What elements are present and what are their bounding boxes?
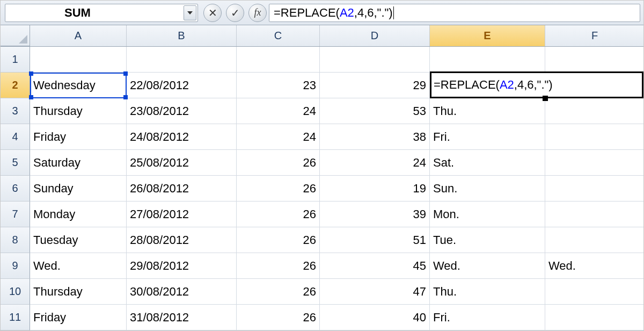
cell-B3[interactable]: 23/08/2012 <box>127 98 237 124</box>
row-header-2[interactable]: 2 <box>1 73 30 98</box>
cell-C8[interactable]: 26 <box>237 227 320 253</box>
cell-D3[interactable]: 53 <box>320 98 430 124</box>
cell-A8[interactable]: Tuesday <box>30 227 127 253</box>
column-header-C[interactable]: C <box>237 25 320 46</box>
cell-F4[interactable] <box>545 124 644 150</box>
cell-F1[interactable] <box>545 47 644 73</box>
cell-A1[interactable] <box>30 47 127 73</box>
formula-input[interactable]: =REPLACE(A2,4,6,".") <box>269 4 640 22</box>
cell-A4[interactable]: Friday <box>30 124 127 150</box>
enter-formula-button[interactable] <box>226 4 244 22</box>
cancel-formula-button[interactable] <box>203 4 222 22</box>
cell-D4[interactable]: 38 <box>320 124 430 150</box>
cell-C1[interactable] <box>237 47 320 73</box>
cell-A5[interactable]: Saturday <box>30 150 127 176</box>
grid-row: 5 Saturday 25/08/2012 26 24 Sat. <box>1 150 643 176</box>
cell-F11[interactable] <box>545 305 644 330</box>
grid-row: 4 Friday 24/08/2012 24 38 Fri. <box>1 124 643 150</box>
cell-F5[interactable] <box>545 150 644 176</box>
select-all-button[interactable] <box>1 25 30 46</box>
cell-F7[interactable] <box>545 202 644 227</box>
cell-A9[interactable]: Wed. <box>30 253 127 279</box>
cell-B5[interactable]: 25/08/2012 <box>127 150 237 176</box>
cell-C2[interactable]: 23 <box>237 73 320 98</box>
cell-E9[interactable]: Wed. <box>430 253 545 279</box>
cell-B4[interactable]: 24/08/2012 <box>127 124 237 150</box>
cell-D8[interactable]: 51 <box>320 227 430 253</box>
row-header-1[interactable]: 1 <box>1 47 30 73</box>
grid-row: 11 Friday 31/08/2012 26 40 Fri. <box>1 305 643 330</box>
cell-C5[interactable]: 26 <box>237 150 320 176</box>
cell-B1[interactable] <box>127 47 237 73</box>
column-header-F[interactable]: F <box>545 25 644 46</box>
fill-handle[interactable] <box>543 96 548 101</box>
text-caret <box>393 6 394 19</box>
cell-E3[interactable]: Thu. <box>430 98 545 124</box>
cell-B8[interactable]: 28/08/2012 <box>127 227 237 253</box>
cell-D9[interactable]: 45 <box>320 253 430 279</box>
cell-E10[interactable]: Thu. <box>430 279 545 305</box>
cell-A11[interactable]: Friday <box>30 305 127 330</box>
cell-E7[interactable]: Mon. <box>430 202 545 227</box>
column-header-A[interactable]: A <box>30 25 127 46</box>
column-header-D[interactable]: D <box>320 25 430 46</box>
cell-B9[interactable]: 29/08/2012 <box>127 253 237 279</box>
cell-F9[interactable]: Wed. <box>545 253 644 279</box>
cell-C9[interactable]: 26 <box>237 253 320 279</box>
cell-E4[interactable]: Fri. <box>430 124 545 150</box>
grid-row: 8 Tuesday 28/08/2012 26 51 Tue. <box>1 227 643 253</box>
edit-cell-ref: A2 <box>500 78 514 92</box>
cell-B7[interactable]: 27/08/2012 <box>127 202 237 227</box>
cell-C11[interactable]: 26 <box>237 305 320 330</box>
cell-F10[interactable] <box>545 279 644 305</box>
cell-D7[interactable]: 39 <box>320 202 430 227</box>
name-box-dropdown[interactable] <box>184 5 196 20</box>
cell-A2[interactable]: Wednesday <box>30 73 127 98</box>
row-header-7[interactable]: 7 <box>1 202 30 227</box>
cell-E5[interactable]: Sat. <box>430 150 545 176</box>
column-header-B[interactable]: B <box>127 25 237 46</box>
name-box-value: SUM <box>64 6 91 20</box>
cell-D6[interactable]: 19 <box>320 176 430 202</box>
edit-cell-suffix: ,4,6,".") <box>514 78 553 92</box>
formula-text-ref: A2 <box>340 6 354 20</box>
row-header-4[interactable]: 4 <box>1 124 30 150</box>
active-edit-cell[interactable]: =REPLACE(A2,4,6,".") <box>430 71 643 98</box>
row-header-3[interactable]: 3 <box>1 98 30 124</box>
cell-A6[interactable]: Sunday <box>30 176 127 202</box>
cell-C6[interactable]: 26 <box>237 176 320 202</box>
cell-E8[interactable]: Tue. <box>430 227 545 253</box>
insert-function-button[interactable] <box>248 4 267 22</box>
cell-C10[interactable]: 26 <box>237 279 320 305</box>
row-header-9[interactable]: 9 <box>1 253 30 279</box>
cell-E11[interactable]: Fri. <box>430 305 545 330</box>
cell-D1[interactable] <box>320 47 430 73</box>
cell-C7[interactable]: 26 <box>237 202 320 227</box>
cell-D11[interactable]: 40 <box>320 305 430 330</box>
row-header-10[interactable]: 10 <box>1 279 30 305</box>
column-header-E[interactable]: E <box>430 25 545 46</box>
name-box[interactable]: SUM <box>5 4 198 22</box>
cell-E6[interactable]: Sun. <box>430 176 545 202</box>
cell-B2[interactable]: 22/08/2012 <box>127 73 237 98</box>
spreadsheet-grid: A B C D E F 1 2 Wednesday 22/08/2012 23 … <box>1 25 643 330</box>
cell-F3[interactable] <box>545 98 644 124</box>
row-header-8[interactable]: 8 <box>1 227 30 253</box>
cell-B11[interactable]: 31/08/2012 <box>127 305 237 330</box>
cell-D5[interactable]: 24 <box>320 150 430 176</box>
cell-A7[interactable]: Monday <box>30 202 127 227</box>
row-header-5[interactable]: 5 <box>1 150 30 176</box>
cell-F8[interactable] <box>545 227 644 253</box>
cell-F6[interactable] <box>545 176 644 202</box>
cell-A3[interactable]: Thursday <box>30 98 127 124</box>
cell-B6[interactable]: 26/08/2012 <box>127 176 237 202</box>
cell-C4[interactable]: 24 <box>237 124 320 150</box>
cell-D2[interactable]: 29 <box>320 73 430 98</box>
cell-A10[interactable]: Thursday <box>30 279 127 305</box>
row-header-6[interactable]: 6 <box>1 176 30 202</box>
cell-D10[interactable]: 47 <box>320 279 430 305</box>
row-header-11[interactable]: 11 <box>1 305 30 330</box>
cell-E1[interactable] <box>430 47 545 73</box>
cell-B10[interactable]: 30/08/2012 <box>127 279 237 305</box>
cell-C3[interactable]: 24 <box>237 98 320 124</box>
